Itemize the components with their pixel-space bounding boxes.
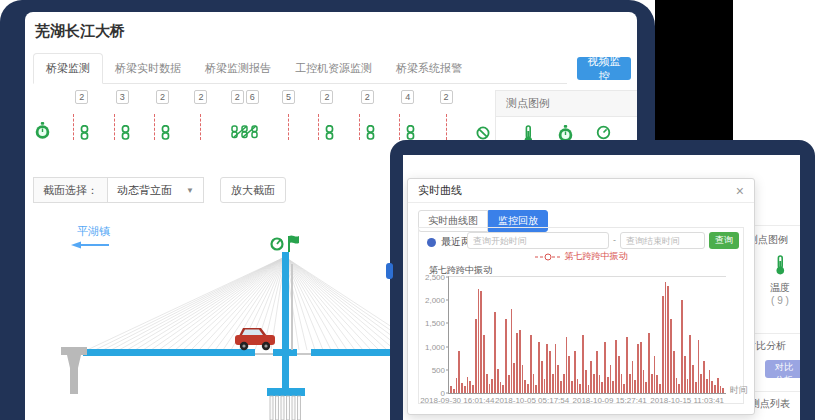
chart-bar xyxy=(656,375,658,393)
chain-icon[interactable] xyxy=(405,125,416,140)
deck-joint xyxy=(255,353,273,355)
deck-joint xyxy=(297,353,311,355)
chart-bar xyxy=(508,375,510,393)
sensor-group[interactable]: 5 xyxy=(282,90,295,140)
y-axis-tick xyxy=(446,300,449,301)
sensor-count-badge[interactable]: 3 xyxy=(116,90,129,104)
sensor-group[interactable]: 2 xyxy=(194,90,207,140)
main-tab-2[interactable]: 桥梁监测报告 xyxy=(193,54,283,83)
sensor-count-badges: 2 xyxy=(194,90,207,104)
sensor-group[interactable]: 3 xyxy=(114,90,131,140)
chart-bar xyxy=(610,365,612,393)
temperature-legend-item[interactable]: 温度 ( 9 ) xyxy=(755,255,800,306)
chart-bar xyxy=(670,319,672,393)
sensor-count-badges: 26 xyxy=(231,90,259,104)
sensor-group[interactable]: 26 xyxy=(231,90,259,140)
dark-backdrop xyxy=(655,0,733,142)
sensor-count-badges: 2 xyxy=(440,90,453,104)
wind-speed-icon[interactable] xyxy=(272,239,283,250)
close-icon[interactable]: × xyxy=(736,184,744,198)
sensor-group[interactable]: 2 xyxy=(154,90,171,140)
chain-icon[interactable] xyxy=(160,125,171,140)
x-axis-tick-label: 2018-10-15 11:03:41 xyxy=(650,396,724,405)
sensor-group[interactable]: 2 xyxy=(440,90,453,140)
chain-icon[interactable] xyxy=(79,125,90,140)
query-start-time-input[interactable] xyxy=(467,232,609,249)
main-tab-4[interactable]: 桥梁系统报警 xyxy=(384,54,474,83)
main-tab-3[interactable]: 工控机资源监测 xyxy=(283,54,384,83)
chart-bar xyxy=(722,388,724,393)
chart-bar xyxy=(475,319,477,393)
chart-bar xyxy=(659,384,661,393)
chart-bar xyxy=(494,312,496,393)
chain-icon[interactable] xyxy=(365,125,376,140)
main-tab-0[interactable]: 桥梁监测 xyxy=(33,53,103,84)
dashed-drop-line xyxy=(73,114,74,140)
y-axis-tick-label: 500 xyxy=(432,365,445,374)
chart-bar xyxy=(456,378,458,393)
chart-bar xyxy=(720,386,722,393)
y-axis-tick xyxy=(446,369,449,370)
dashed-drop-line xyxy=(200,114,201,140)
chart-bar xyxy=(472,385,474,393)
compare-analysis-button[interactable]: 对比分析 xyxy=(765,360,800,378)
sensor-count-badge[interactable]: 5 xyxy=(282,90,295,104)
sensor-count-badge[interactable]: 2 xyxy=(440,90,453,104)
chain-icon[interactable] xyxy=(324,125,335,140)
y-axis-tick-label: 2,000 xyxy=(425,296,445,305)
legend-marker-icon xyxy=(535,253,561,261)
ban-icon[interactable] xyxy=(476,126,490,140)
sensor-group[interactable]: 2 xyxy=(359,90,376,140)
chain-group-icon[interactable] xyxy=(231,123,259,140)
sensor-count-badge[interactable]: 2 xyxy=(194,90,207,104)
flag-icon[interactable] xyxy=(289,235,299,252)
chevron-down-icon: ▼ xyxy=(186,186,194,195)
query-button[interactable]: 查询 xyxy=(709,232,739,249)
main-tab-1[interactable]: 桥梁实时数据 xyxy=(103,54,193,83)
chart-bar xyxy=(483,335,485,393)
chart-bar xyxy=(604,342,606,393)
y-axis-tick xyxy=(446,323,449,324)
enlarge-section-button[interactable]: 放大截面 xyxy=(220,177,286,203)
sensor-group[interactable] xyxy=(476,90,490,140)
chart-bar xyxy=(513,363,515,393)
chart-bar xyxy=(557,365,559,393)
video-monitor-button[interactable]: 视频监控 xyxy=(577,57,631,80)
sensor-count-badges: 2 xyxy=(361,90,374,104)
dashed-drop-line xyxy=(288,114,289,140)
chart-bar xyxy=(643,370,645,393)
sensor-count-badge[interactable]: 6 xyxy=(246,90,259,104)
vibration-chart[interactable]: 时间 2,5002,0001,5001,00050002018-09-30 16… xyxy=(448,276,726,394)
sensor-count-badges: 2 xyxy=(156,90,169,104)
sensor-count-badges: 2 xyxy=(75,90,88,104)
chart-bar xyxy=(665,282,667,393)
section-select-dropdown[interactable]: 动态背立面 ▼ xyxy=(108,177,204,203)
sensor-group[interactable] xyxy=(35,90,50,140)
chart-bar xyxy=(681,300,683,393)
dialog-body: 最近两个月 - 查询 第七跨跨中振动 第七跨跨中振动 时 xyxy=(418,227,744,404)
chart-legend[interactable]: 第七跨跨中振动 xyxy=(419,250,743,263)
stopwatch-icon[interactable] xyxy=(35,122,50,140)
sensor-group[interactable]: 2 xyxy=(318,90,335,140)
chart-bar xyxy=(480,291,482,393)
chart-bar xyxy=(700,374,702,393)
chart-bar xyxy=(588,385,590,393)
sensor-count-badge[interactable]: 2 xyxy=(75,90,88,104)
temperature-label: 温度 xyxy=(755,281,800,295)
sensor-group[interactable]: 4 xyxy=(399,90,416,140)
main-tab-bar: 桥梁监测桥梁实时数据桥梁监测报告工控机资源监测桥梁系统报警 xyxy=(33,54,567,84)
query-end-time-input[interactable] xyxy=(620,232,705,249)
scrollbar-thumb[interactable] xyxy=(386,263,393,279)
sensor-group[interactable]: 2 xyxy=(73,90,90,140)
sensor-count-badge[interactable]: 4 xyxy=(401,90,414,104)
bridge-elevation-diagram[interactable] xyxy=(53,224,433,420)
sensor-count-badge[interactable]: 2 xyxy=(231,90,244,104)
dashed-drop-line xyxy=(446,114,447,140)
chart-bar xyxy=(568,356,570,393)
bridge-deck xyxy=(83,349,255,356)
realtime-curve-dialog: 实时曲线 × 实时曲线图监控回放 最近两个月 - 查询 xyxy=(407,178,755,415)
chain-icon[interactable] xyxy=(120,125,131,140)
sensor-count-badge[interactable]: 2 xyxy=(320,90,333,104)
sensor-count-badge[interactable]: 2 xyxy=(361,90,374,104)
sensor-count-badge[interactable]: 2 xyxy=(156,90,169,104)
